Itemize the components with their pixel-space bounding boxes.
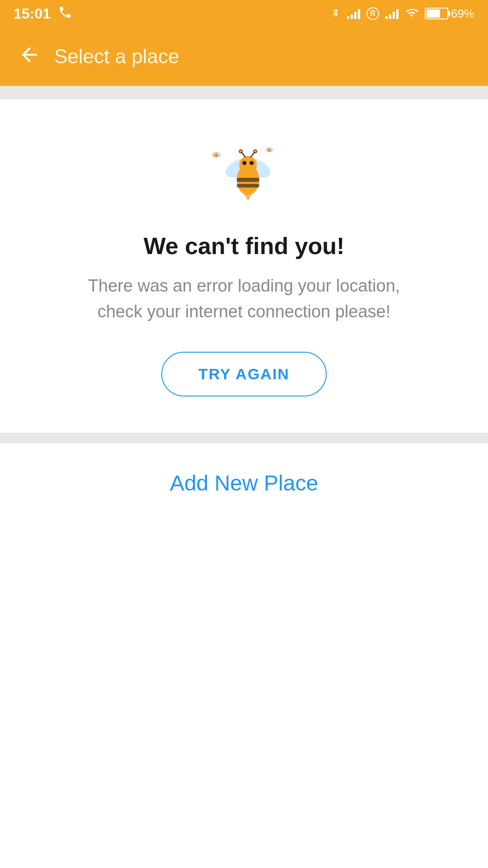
- status-bar-right: R 69%: [331, 6, 474, 21]
- svg-rect-14: [237, 184, 259, 188]
- back-button[interactable]: [18, 43, 41, 70]
- add-place-text[interactable]: Add New Place: [170, 471, 318, 495]
- try-again-button[interactable]: TRY AGAIN: [161, 352, 327, 396]
- toolbar: Select a place: [0, 27, 488, 86]
- signal-bars-1: [347, 8, 360, 19]
- add-place-section[interactable]: Add New Place: [0, 443, 488, 523]
- wifi-icon: [405, 6, 418, 21]
- bee-icon: [203, 136, 285, 208]
- battery-icon: [425, 8, 448, 19]
- status-bar-left: 15:01: [14, 5, 72, 23]
- roaming-icon: R: [366, 7, 379, 20]
- status-time: 15:01: [14, 5, 51, 22]
- svg-point-16: [242, 161, 246, 165]
- svg-point-21: [253, 150, 257, 153]
- svg-point-17: [249, 161, 253, 165]
- bee-icon-container: [203, 136, 285, 210]
- try-again-label: TRY AGAIN: [198, 365, 290, 383]
- battery-container: 69%: [425, 7, 474, 21]
- top-divider: [0, 86, 488, 99]
- toolbar-title: Select a place: [54, 45, 179, 68]
- error-subtitle: There was an error loading your location…: [63, 273, 425, 325]
- call-icon: [58, 5, 72, 23]
- battery-percent: 69%: [451, 7, 474, 21]
- main-content: We can't find you! There was an error lo…: [0, 99, 488, 424]
- middle-separator: [0, 433, 488, 443]
- error-title: We can't find you!: [144, 232, 345, 259]
- signal-bars-2: [385, 8, 399, 19]
- svg-marker-22: [245, 195, 251, 201]
- svg-point-15: [239, 156, 257, 174]
- status-bar: 15:01 R: [0, 0, 488, 27]
- svg-rect-13: [237, 178, 259, 182]
- bluetooth-icon: [331, 6, 341, 21]
- svg-point-19: [239, 150, 242, 153]
